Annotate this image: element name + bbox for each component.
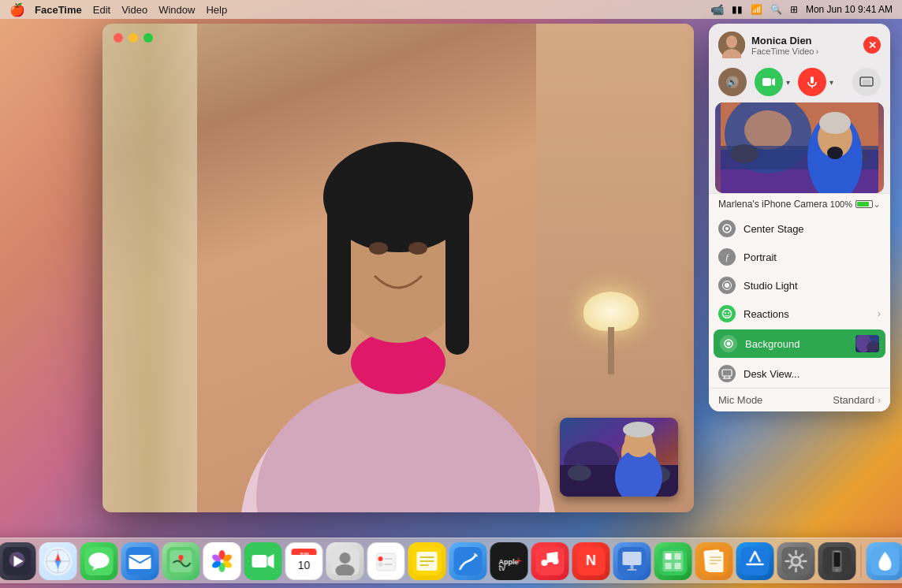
svg-text:🔊: 🔊 (727, 76, 738, 87)
dock-item-music[interactable] (531, 542, 569, 580)
fullscreen-button[interactable] (144, 33, 153, 43)
camera-chevron[interactable]: ⌄ (873, 199, 881, 210)
background-thumbnail (855, 335, 879, 352)
svg-rect-134 (708, 552, 724, 572)
menu-video[interactable]: Video (121, 4, 147, 16)
svg-marker-24 (772, 78, 775, 86)
apple-menu[interactable]: 🍎 (9, 2, 25, 17)
dock-item-notes[interactable] (408, 542, 446, 580)
datetime: Mon Jun 10 9:41 AM (806, 4, 893, 15)
notification-panel: Monica Dien FaceTime Video › ✕ 🔊 ▾ (709, 24, 890, 411)
svg-point-34 (730, 144, 758, 163)
dock-item-settings[interactable] (867, 542, 903, 580)
svg-point-104 (378, 562, 383, 567)
svg-rect-130 (665, 563, 672, 569)
dock-item-keynote[interactable] (613, 542, 651, 580)
studio-light-label: Studio Light (744, 280, 881, 292)
mic-dropdown-arrow[interactable]: ▾ (829, 78, 833, 87)
desk-view-label: Desk View... (744, 368, 881, 380)
svg-point-1 (256, 378, 540, 512)
dock-item-numbers[interactable] (654, 542, 692, 580)
menu-item-reactions[interactable]: Reactions › (709, 300, 890, 328)
menu-item-desk-view[interactable]: Desk View... (709, 359, 890, 388)
caller-info: Monica Dien FaceTime Video › (751, 35, 857, 56)
menu-help[interactable]: Help (206, 4, 227, 16)
background-icon (720, 335, 737, 352)
dock-item-freeform[interactable] (449, 542, 487, 580)
minimize-button[interactable] (129, 33, 138, 43)
svg-point-102 (378, 556, 383, 561)
close-button[interactable] (114, 33, 123, 43)
dock-item-photos[interactable] (203, 542, 241, 580)
svg-rect-53 (722, 370, 732, 376)
video-button[interactable] (755, 68, 783, 96)
video-dropdown-arrow[interactable]: ▾ (786, 78, 790, 87)
dock-item-appstore[interactable] (736, 542, 774, 580)
dock-item-facetime[interactable] (244, 542, 282, 580)
dock-item-messages[interactable] (80, 542, 118, 580)
svg-point-74 (89, 553, 110, 568)
battery-indicator: 100% (830, 199, 873, 209)
svg-rect-28 (863, 80, 870, 85)
speaker-button[interactable]: 🔊 (718, 68, 747, 96)
dock-item-pages[interactable] (695, 542, 733, 580)
menubar-right: 📹 ▮▮ 📶 🔍 ⊞ Mon Jun 10 9:41 AM (710, 3, 893, 16)
menu-window[interactable]: Window (158, 4, 195, 16)
reactions-label: Reactions (744, 308, 870, 320)
close-notification-button[interactable]: ✕ (863, 36, 881, 54)
chevron-icon: › (815, 47, 818, 56)
svg-point-52 (867, 341, 879, 352)
svg-point-98 (340, 553, 351, 564)
dock-item-news[interactable]: N (572, 542, 610, 580)
svg-point-118 (542, 560, 548, 566)
control-center-icon[interactable]: ⊞ (790, 4, 798, 15)
app-name[interactable]: FaceTime (35, 4, 82, 16)
svg-point-119 (553, 558, 559, 564)
svg-point-154 (836, 569, 838, 571)
svg-point-48 (727, 342, 731, 346)
battery-fill (857, 202, 869, 207)
dock-item-reminders[interactable] (367, 542, 405, 580)
dock-item-maps[interactable] (162, 542, 200, 580)
svg-rect-5 (327, 197, 351, 355)
menu-item-center-stage[interactable]: Center Stage (709, 214, 890, 243)
svg-text:tv: tv (499, 563, 506, 572)
share-screen-button[interactable] (852, 68, 881, 96)
svg-point-45 (725, 312, 726, 314)
caller-avatar (718, 32, 745, 58)
svg-rect-25 (811, 76, 814, 84)
menu-edit[interactable]: Edit (93, 4, 110, 16)
svg-text:10: 10 (298, 559, 311, 571)
menu-item-portrait[interactable]: f Portrait (709, 243, 890, 271)
mic-mode-row[interactable]: Mic Mode Standard › (709, 388, 890, 411)
dock-item-calendar[interactable]: JUN 10 (285, 542, 323, 580)
svg-rect-124 (631, 565, 634, 569)
dock-item-contacts[interactable] (326, 542, 364, 580)
svg-point-32 (744, 110, 792, 150)
dock-item-mail[interactable] (121, 542, 159, 580)
facetime-icon[interactable]: 📹 (710, 3, 724, 16)
svg-point-41 (725, 227, 729, 230)
svg-rect-153 (834, 553, 840, 567)
portrait-label: Portrait (744, 251, 881, 263)
dock-item-tv[interactable]: Apple tv + (490, 542, 528, 580)
dock-item-safari[interactable] (39, 542, 77, 580)
studio-light-icon (718, 277, 736, 294)
svg-rect-155 (835, 551, 840, 552)
mic-mode-arrow-icon: › (878, 395, 881, 406)
camera-options-panel: Marlena's iPhone Camera 100% ⌄ Center St… (709, 193, 890, 411)
wifi-icon[interactable]: 📶 (751, 4, 762, 15)
dock-item-sysprefs[interactable] (777, 542, 815, 580)
dock-separator (861, 545, 862, 578)
dock-item-launchpad[interactable] (0, 542, 36, 580)
dock-item-iphone-mirroring[interactable] (818, 542, 856, 580)
menu-item-background[interactable]: Background (714, 329, 885, 358)
menu-item-studio-light[interactable]: Studio Light (709, 271, 890, 300)
self-view-thumbnail[interactable] (560, 418, 678, 497)
reactions-icon (718, 305, 736, 322)
camera-header: Marlena's iPhone Camera 100% ⌄ (709, 193, 890, 214)
battery-bar (855, 200, 873, 208)
mute-button[interactable] (798, 68, 826, 96)
caller-name: Monica Dien (751, 35, 857, 47)
search-icon[interactable]: 🔍 (770, 4, 782, 15)
